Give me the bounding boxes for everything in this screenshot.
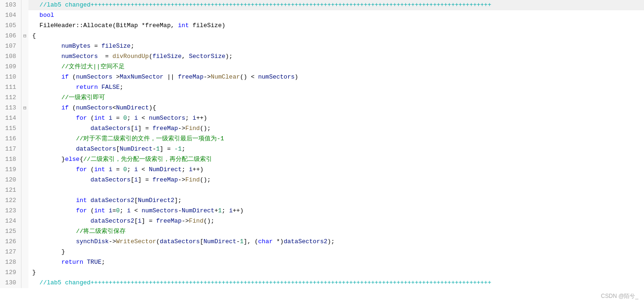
code-line: bool — [28, 10, 644, 21]
code-line: { — [28, 31, 644, 41]
table-row: 118 }else{//二级索引，先分配一级索引，再分配二级索引 — [0, 154, 644, 165]
line-number: 121 — [0, 185, 21, 195]
line-number: 126 — [0, 237, 21, 247]
code-line: if (numSectors >MaxNumSector || freeMap-… — [28, 72, 644, 82]
line-number: 110 — [0, 72, 21, 82]
line-number: 129 — [0, 268, 21, 278]
line-number: 115 — [0, 123, 21, 134]
code-line: int dataSectors2[NumDirect2]; — [28, 195, 644, 206]
table-row: 130 //lab5 changed++++++++++++++++++++++… — [0, 278, 644, 288]
fold-gutter — [21, 226, 28, 237]
code-line: } — [28, 247, 644, 257]
table-row: 112 //一级索引即可 — [0, 93, 644, 103]
fold-gutter — [21, 185, 28, 195]
line-number: 128 — [0, 257, 21, 268]
table-row: 117 dataSectors[NumDirect-1] = -1; — [0, 144, 644, 154]
code-line: dataSectors2[i] = freeMap->Find(); — [28, 216, 644, 226]
line-number: 104 — [0, 10, 21, 21]
table-row: 111 return FALSE; — [0, 82, 644, 93]
code-line: dataSectors[i] = freeMap->Find(); — [28, 123, 644, 134]
fold-gutter — [21, 154, 28, 165]
fold-gutter — [21, 93, 28, 103]
fold-gutter — [21, 195, 28, 206]
fold-gutter[interactable]: ⊟ — [21, 103, 28, 113]
line-number: 125 — [0, 226, 21, 237]
code-line: numBytes = fileSize; — [28, 41, 644, 51]
code-line: return FALSE; — [28, 82, 644, 93]
line-number: 123 — [0, 206, 21, 216]
line-number: 119 — [0, 165, 21, 175]
fold-gutter — [21, 0, 28, 10]
line-number: 107 — [0, 41, 21, 51]
code-table: 103 //lab5 changed++++++++++++++++++++++… — [0, 0, 644, 288]
fold-gutter — [21, 113, 28, 123]
line-number: 109 — [0, 62, 21, 72]
fold-gutter — [21, 62, 28, 72]
table-row: 106 ⊟ { — [0, 31, 644, 41]
line-number: 118 — [0, 154, 21, 165]
table-row: 126 synchDisk->WriteSector(dataSectors[N… — [0, 237, 644, 247]
code-line: //文件过大||空间不足 — [28, 62, 644, 72]
table-row: 108 numSectors = divRoundUp(fileSize, Se… — [0, 51, 644, 62]
table-row: 125 //将二级索引保存 — [0, 226, 644, 237]
table-row: 121 — [0, 185, 644, 195]
line-number: 103 — [0, 0, 21, 10]
line-number: 105 — [0, 21, 21, 31]
fold-gutter — [21, 134, 28, 144]
fold-gutter — [21, 41, 28, 51]
line-number: 124 — [0, 216, 21, 226]
fold-gutter — [21, 82, 28, 93]
fold-gutter — [21, 278, 28, 288]
fold-gutter — [21, 51, 28, 62]
code-container: 103 //lab5 changed++++++++++++++++++++++… — [0, 0, 644, 304]
line-number: 116 — [0, 134, 21, 144]
fold-gutter — [21, 165, 28, 175]
fold-gutter — [21, 216, 28, 226]
line-number: 122 — [0, 195, 21, 206]
line-number: 130 — [0, 278, 21, 288]
table-row: 109 //文件过大||空间不足 — [0, 62, 644, 72]
line-number: 111 — [0, 82, 21, 93]
code-line: return TRUE; — [28, 257, 644, 268]
table-row: 104 bool — [0, 10, 644, 21]
table-row: 107 numBytes = fileSize; — [0, 41, 644, 51]
table-row: 103 //lab5 changed++++++++++++++++++++++… — [0, 0, 644, 10]
fold-gutter — [21, 257, 28, 268]
code-line — [28, 185, 644, 195]
fold-gutter — [21, 237, 28, 247]
table-row: 120 dataSectors[i] = freeMap->Find(); — [0, 175, 644, 185]
fold-gutter — [21, 175, 28, 185]
table-row: 113 ⊟ if (numSectors<NumDirect){ — [0, 103, 644, 113]
code-line: dataSectors[NumDirect-1] = -1; — [28, 144, 644, 154]
line-number: 108 — [0, 51, 21, 62]
line-number: 117 — [0, 144, 21, 154]
fold-gutter — [21, 21, 28, 31]
fold-gutter — [21, 268, 28, 278]
table-row: 128 return TRUE; — [0, 257, 644, 268]
table-row: 110 if (numSectors >MaxNumSector || free… — [0, 72, 644, 82]
fold-gutter — [21, 123, 28, 134]
code-line: //将二级索引保存 — [28, 226, 644, 237]
code-line: if (numSectors<NumDirect){ — [28, 103, 644, 113]
table-row: 105 FileHeader::Allocate(BitMap *freeMap… — [0, 21, 644, 31]
fold-gutter — [21, 206, 28, 216]
code-line: }else{//二级索引，先分配一级索引，再分配二级索引 — [28, 154, 644, 165]
fold-gutter — [21, 72, 28, 82]
table-row: 127 } — [0, 247, 644, 257]
table-row: 114 for (int i = 0; i < numSectors; i++) — [0, 113, 644, 123]
table-row: 122 int dataSectors2[NumDirect2]; — [0, 195, 644, 206]
fold-gutter — [21, 144, 28, 154]
code-line: //lab5 changed++++++++++++++++++++++++++… — [28, 0, 644, 10]
line-number: 127 — [0, 247, 21, 257]
table-row: 116 //对于不需二级索引的文件，一级索引最后一项值为-1 — [0, 134, 644, 144]
code-line: for (int i = 0; i < numSectors; i++) — [28, 113, 644, 123]
fold-gutter[interactable]: ⊟ — [21, 31, 28, 41]
table-row: 129 } — [0, 268, 644, 278]
code-line: synchDisk->WriteSector(dataSectors[NumDi… — [28, 237, 644, 247]
line-number: 106 — [0, 31, 21, 41]
code-line: //lab5 changed++++++++++++++++++++++++++… — [28, 278, 644, 288]
line-number: 114 — [0, 113, 21, 123]
table-row: 119 for (int i = 0; i < NumDirect; i++) — [0, 165, 644, 175]
code-line: FileHeader::Allocate(BitMap *freeMap, in… — [28, 21, 644, 31]
code-line: numSectors = divRoundUp(fileSize, Sector… — [28, 51, 644, 62]
